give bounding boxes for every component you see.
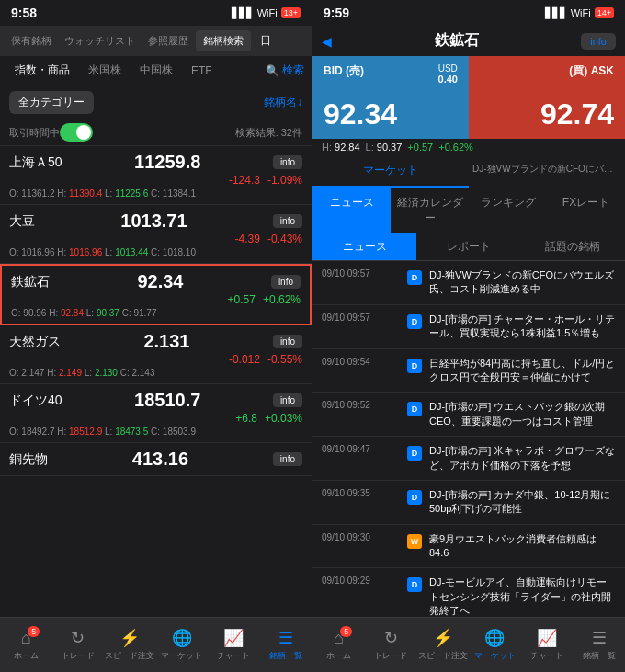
news-item[interactable]: 09/10 09:57 D DJ-独VWブランドの新CFOにバウエルズ氏、コスト… xyxy=(312,261,625,305)
r-speed-icon: ⚡ xyxy=(433,628,453,648)
info-button[interactable]: info xyxy=(271,275,301,289)
news-tab-ranking[interactable]: ランキング xyxy=(469,188,547,233)
news-time: 09/10 09:47 xyxy=(322,444,400,454)
stock-name: 銅先物 xyxy=(9,451,48,468)
stock-price: 92.34 xyxy=(137,271,183,292)
tab-day[interactable]: 日 xyxy=(253,29,278,52)
r-nav-home[interactable]: 5 ⌂ ホーム xyxy=(312,623,365,667)
sub-tab-report[interactable]: レポート xyxy=(416,233,520,260)
tab-portfolio[interactable]: 保有銘柄 xyxy=(6,30,57,51)
r-nav-chart[interactable]: 📈 チャート xyxy=(521,622,574,667)
news-item[interactable]: 09/10 09:47 D DJ-[市場の声] 米キャラボ・グロワーズなど、アボ… xyxy=(312,437,625,481)
nav-list-label: 銘柄一覧 xyxy=(269,650,302,662)
hlc-l: L: 90.37 xyxy=(366,142,403,153)
hlc-bar: H: 92.84 L: 90.37 +0.57 +0.62% xyxy=(312,139,625,155)
stock-ohlc: O: 11361.2 H: 11390.4 L: 11225.6 C: 1138… xyxy=(9,188,302,199)
news-text: DJ-[市場の声] 米キャラボ・グロワーズなど、アボカド価格の下落を予想 xyxy=(429,444,616,473)
nav-home-label: ホーム xyxy=(14,650,39,662)
nav-chart-label: チャート xyxy=(217,650,250,662)
sub-tab-trending[interactable]: 話題の銘柄 xyxy=(521,233,625,260)
news-time: 09/10 09:30 xyxy=(322,532,400,542)
info-button[interactable]: info xyxy=(273,393,302,407)
news-time: 09/10 09:52 xyxy=(322,400,400,410)
cat-etf[interactable]: ETF xyxy=(184,62,220,80)
hlc-change: +0.57 xyxy=(407,142,433,153)
news-time: 09/10 09:54 xyxy=(322,357,400,367)
r-trade-icon: ↻ xyxy=(384,628,398,648)
left-tab-bar: 保有銘柄 ウォッチリスト 参照履歴 銘柄検索 日 xyxy=(0,26,312,56)
left-time: 9:58 xyxy=(11,6,37,20)
trade-label: 取引時間中 xyxy=(9,126,60,140)
tab-watchlist[interactable]: ウォッチリスト xyxy=(59,30,141,51)
cat-china-stocks[interactable]: 中国株 xyxy=(132,60,180,81)
chart-icon: 📈 xyxy=(223,628,244,648)
news-time: 09/10 09:57 xyxy=(322,268,400,279)
r-nav-list-label: 銘柄一覧 xyxy=(583,650,616,662)
news-item[interactable]: 09/10 09:30 W 豪9月ウエストパック消費者信頼感は84.6 xyxy=(312,525,625,569)
stock-change-pct: +0.62% xyxy=(263,293,301,306)
nav-stock-list[interactable]: ☰ 銘柄一覧 xyxy=(260,622,312,667)
right-info-button[interactable]: info xyxy=(581,33,616,50)
info-button[interactable]: info xyxy=(273,452,302,466)
info-button[interactable]: info xyxy=(273,155,302,169)
right-panel: 9:59 ▋▋▋ WiFi 14+ ◀ 鉄鉱石 info BID (売) USD… xyxy=(312,0,625,672)
tab-market[interactable]: マーケット xyxy=(312,155,469,188)
stock-change: -4.39 xyxy=(235,233,260,245)
cat-us-stocks[interactable]: 米国株 xyxy=(81,60,129,81)
stock-title-bar: ◀ 鉄鉱石 info xyxy=(312,26,625,56)
ask-box[interactable]: (買) ASK 92.74 xyxy=(469,56,625,139)
wifi-icon: WiFi xyxy=(257,7,278,18)
filter-all-button[interactable]: 全カテゴリー xyxy=(9,91,94,114)
r-nav-trade[interactable]: ↻ トレード xyxy=(365,622,417,667)
hlc-change-pct: +0.62% xyxy=(438,142,473,153)
nav-home[interactable]: 5 ⌂ ホーム xyxy=(0,623,52,667)
news-badge: D xyxy=(407,314,422,329)
info-button[interactable]: info xyxy=(273,335,302,348)
info-button[interactable]: info xyxy=(273,214,302,228)
news-tab-news[interactable]: ニュース xyxy=(312,188,391,233)
news-badge: D xyxy=(407,270,422,285)
news-text: DJ-独VWブランドの新CFOにバウエルズ氏、コスト削減進める中 xyxy=(429,268,616,297)
stock-item-iron-ore[interactable]: 鉄鉱石 92.34 info +0.57 +0.62% O: 90.96 H: … xyxy=(0,264,312,325)
news-tab-fx[interactable]: FXレート xyxy=(547,188,625,233)
news-badge: D xyxy=(407,577,422,592)
news-item[interactable]: 09/10 09:29 D DJ-モービルアイ、自動運転向けリモートセンシング技… xyxy=(312,568,625,617)
r-home-badge: 5 xyxy=(340,626,352,637)
nav-trade-label: トレード xyxy=(62,650,95,662)
nav-trade[interactable]: ↻ トレード xyxy=(52,622,105,667)
news-item[interactable]: 09/10 09:52 D DJ-[市場の声] ウエストパック銀の次期CEO、重… xyxy=(312,393,625,437)
sub-tab-news[interactable]: ニュース xyxy=(312,233,416,260)
news-tab-economic[interactable]: 経済カレンダー xyxy=(391,188,469,233)
r-nav-list[interactable]: ☰ 銘柄一覧 xyxy=(573,622,625,667)
stock-item-dax[interactable]: ドイツ40 18510.7 info +6.8 +0.03% O: 18492.… xyxy=(0,384,312,443)
cat-index-goods[interactable]: 指数・商品 xyxy=(7,60,77,81)
r-nav-market-label: マーケット xyxy=(474,650,516,662)
sort-button[interactable]: 銘柄名↓ xyxy=(264,95,302,110)
nav-market[interactable]: 🌐 マーケット xyxy=(156,622,209,667)
bid-box[interactable]: BID (売) USD 0.40 92.34 xyxy=(312,56,469,139)
nav-chart[interactable]: 📈 チャート xyxy=(208,622,260,667)
stock-item-shanghai[interactable]: 上海Ａ50 11259.8 info -124.3 -1.09% O: 1136… xyxy=(0,146,312,205)
stock-change: -124.3 xyxy=(229,174,260,187)
stock-item-copper[interactable]: 銅先物 413.16 info xyxy=(0,443,312,476)
stock-item-soybean[interactable]: 大豆 1013.71 info -4.39 -0.43% O: 1016.96 … xyxy=(0,205,312,264)
stock-item-natural-gas[interactable]: 天然ガス 2.131 info -0.012 -0.55% O: 2.147 H… xyxy=(0,325,312,384)
left-status-bar: 9:58 ▋▋▋ WiFi 13+ xyxy=(0,0,312,26)
market-icon: 🌐 xyxy=(172,628,192,648)
back-button[interactable]: ◀ xyxy=(322,34,332,49)
nav-speed-order[interactable]: ⚡ スピード注文 xyxy=(104,622,156,667)
r-nav-speed[interactable]: ⚡ スピード注文 xyxy=(416,622,469,667)
tab-news-preview[interactable]: DJ-独VWブランドの新CFOにバウエルズ... xyxy=(469,155,625,188)
cat-search[interactable]: 🔍 検索 xyxy=(266,63,304,78)
r-nav-chart-label: チャート xyxy=(530,650,563,662)
news-item[interactable]: 09/10 09:35 D DJ-[市場の声] カナダ中銀、10-12月期に50… xyxy=(312,481,625,525)
news-item[interactable]: 09/10 09:54 D 日経平均が84円高に持ち直し、ドル/円とクロス円で全… xyxy=(312,349,625,393)
r-nav-market[interactable]: 🌐 マーケット xyxy=(469,622,521,667)
tab-search[interactable]: 銘柄検索 xyxy=(196,30,251,51)
r-nav-trade-label: トレード xyxy=(374,650,407,662)
currency-label: USD xyxy=(438,63,458,74)
tab-history[interactable]: 参照履歴 xyxy=(142,30,194,51)
news-item[interactable]: 09/10 09:57 D DJ-[市場の声] チャーター・ホール・リテール、買… xyxy=(312,305,625,349)
trade-toggle[interactable] xyxy=(60,123,93,142)
stock-price: 11259.8 xyxy=(134,152,200,173)
